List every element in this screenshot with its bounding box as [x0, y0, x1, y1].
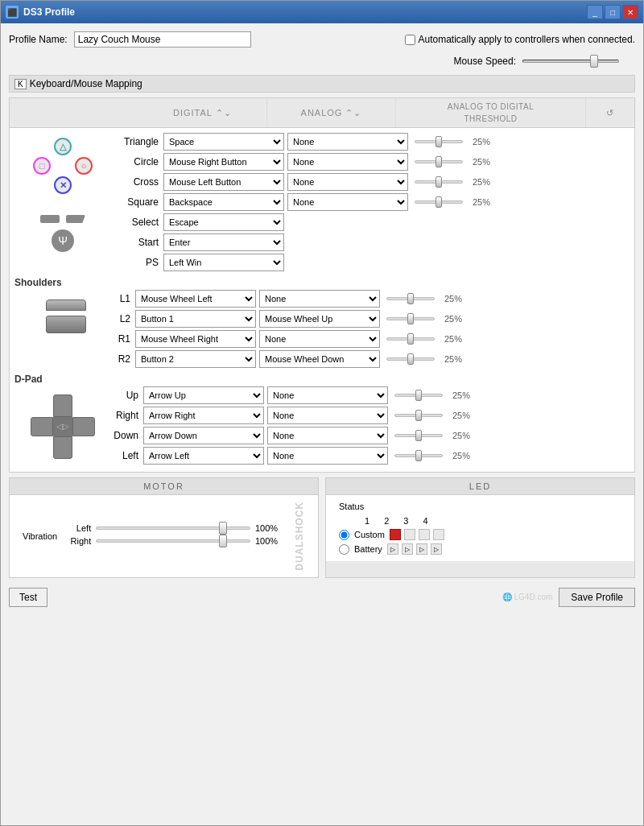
- l2-threshold-thumb[interactable]: [407, 313, 414, 324]
- r1-threshold-slider[interactable]: [386, 337, 435, 341]
- cross-analog-select[interactable]: NoneMouse Wheel UpMouse Wheel Down: [287, 173, 408, 191]
- dpad-right-thumb[interactable]: [415, 410, 422, 421]
- square-analog-select[interactable]: NoneMouse Wheel UpMouse Wheel Down: [287, 193, 408, 211]
- battery-controls: ▷ ▷ ▷ ▷: [387, 543, 442, 555]
- r2-analog-select[interactable]: Mouse Wheel DownNoneMouse Wheel Up: [259, 350, 380, 368]
- l1-threshold-slider[interactable]: [386, 297, 435, 300]
- circle-analog-select[interactable]: NoneMouse Wheel UpMouse Wheel Down: [287, 153, 408, 171]
- start-digital-select[interactable]: EnterSpaceNone: [163, 233, 284, 251]
- circle-button-graphic: ○: [75, 157, 93, 175]
- cross-threshold-slider[interactable]: [415, 180, 463, 184]
- triangle-threshold-slider[interactable]: [415, 140, 463, 143]
- square-digital-select[interactable]: BackspaceSpaceMouse Left ButtonNone: [163, 193, 284, 211]
- right-vibration-slider[interactable]: [96, 539, 250, 543]
- select-digital-select[interactable]: EscapeSpaceNone: [163, 213, 284, 231]
- r2-digital-select[interactable]: Button 2NoneSpace: [135, 350, 256, 368]
- cross-threshold-thumb[interactable]: [436, 176, 442, 188]
- dpad-left-analog-select[interactable]: NoneMouse Wheel UpMouse Wheel Down: [267, 447, 388, 465]
- led-num-3: 3: [403, 516, 408, 526]
- l1-analog-select[interactable]: NoneMouse Wheel UpMouse Wheel Down: [259, 290, 380, 308]
- mapping-scroll[interactable]: △ ○ ✕ □ Ψ: [10, 128, 634, 472]
- triangle-digital-select[interactable]: SpaceMouse Right ButtonMouse Left Button…: [163, 133, 284, 151]
- dpad-down-slider[interactable]: [394, 434, 443, 437]
- battery-btn-3[interactable]: ▷: [416, 543, 427, 555]
- minimize-button[interactable]: _: [587, 5, 603, 19]
- table-header: DIGITAL ⌃⌄ ANALOG ⌃⌄ ANALOG TO DIGITAL T…: [10, 98, 634, 128]
- led-sq-3[interactable]: [419, 529, 430, 540]
- led-sq-1[interactable]: [390, 529, 401, 540]
- circle-digital-select[interactable]: Mouse Right ButtonSpaceMouse Left Button…: [163, 153, 284, 171]
- dpad-down-threshold: 25%: [394, 431, 470, 440]
- r1-analog-select[interactable]: NoneMouse Wheel UpMouse Wheel Down: [259, 330, 380, 348]
- dpad-right-digital-select[interactable]: Arrow RightNone: [143, 407, 264, 424]
- title-bar: ⬛ DS3 Profile _ □ ✕: [1, 1, 643, 23]
- led-sq-2[interactable]: [404, 529, 415, 540]
- mouse-speed-row: Mouse Speed:: [9, 56, 635, 67]
- l1-threshold-thumb[interactable]: [407, 293, 414, 304]
- dpad-down-graphic: [53, 436, 72, 459]
- dpad-left-thumb[interactable]: [415, 450, 422, 461]
- r2-label: R2: [111, 353, 135, 365]
- r1-digital-select[interactable]: Mouse Wheel RightNoneSpace: [135, 330, 256, 348]
- dpad-right-slider[interactable]: [394, 414, 443, 417]
- save-profile-button[interactable]: Save Profile: [559, 588, 635, 607]
- left-vibration-slider[interactable]: [96, 527, 250, 530]
- triangle-analog-select[interactable]: NoneMouse Wheel UpMouse Wheel Down: [287, 133, 408, 151]
- triangle-threshold-thumb[interactable]: [436, 136, 442, 147]
- refresh-header[interactable]: ↺: [586, 98, 634, 127]
- test-button[interactable]: Test: [9, 588, 47, 607]
- l1-label: L1: [111, 293, 135, 304]
- dpad-right-analog-select[interactable]: NoneMouse Wheel UpMouse Wheel Down: [267, 407, 388, 424]
- mouse-speed-slider[interactable]: [522, 60, 619, 63]
- square-threshold-slider[interactable]: [415, 200, 463, 204]
- r2-threshold: 25%: [386, 354, 462, 364]
- mouse-speed-label: Mouse Speed:: [454, 56, 516, 67]
- r2-threshold-slider[interactable]: [386, 357, 435, 361]
- battery-btn-4[interactable]: ▷: [431, 543, 442, 555]
- maximize-button[interactable]: □: [605, 5, 621, 19]
- left-vib-thumb[interactable]: [219, 522, 227, 535]
- refresh-icon[interactable]: ↺: [606, 108, 614, 118]
- window-title: DS3 Profile: [23, 6, 75, 18]
- r2-threshold-thumb[interactable]: [407, 353, 414, 365]
- right-vib-thumb[interactable]: [219, 535, 227, 547]
- dpad-up-digital-select[interactable]: Arrow UpNone: [143, 386, 264, 404]
- l1-digital-select[interactable]: Mouse Wheel LeftNoneSpace: [135, 290, 256, 308]
- led-sq-4[interactable]: [433, 529, 444, 540]
- shoulders-rows: L1 Mouse Wheel LeftNoneSpace NoneMouse W…: [111, 290, 630, 370]
- custom-label: Custom: [354, 530, 385, 539]
- dpad-down-digital-select[interactable]: Arrow DownNone: [143, 427, 264, 444]
- ps-digital-select[interactable]: Left WinSpaceNone: [163, 254, 284, 271]
- dpad-left-slider[interactable]: [394, 454, 443, 457]
- mouse-speed-thumb[interactable]: [590, 55, 598, 68]
- circle-threshold-slider[interactable]: [415, 160, 463, 163]
- custom-radio[interactable]: [339, 530, 349, 540]
- square-threshold-thumb[interactable]: [436, 196, 442, 208]
- dpad-left-digital-select[interactable]: Arrow LeftNone: [143, 447, 264, 465]
- right-vib-value: 100%: [255, 536, 284, 546]
- l2-digital-select[interactable]: Button 1NoneSpace: [135, 310, 256, 328]
- dpad-left-threshold: 25%: [394, 451, 470, 460]
- dpad-down-analog-select[interactable]: NoneMouse Wheel UpMouse Wheel Down: [267, 427, 388, 444]
- circle-threshold-thumb[interactable]: [436, 156, 442, 167]
- l2-threshold-slider[interactable]: [386, 317, 435, 320]
- dpad-down-thumb[interactable]: [415, 430, 422, 441]
- battery-btn-1[interactable]: ▷: [387, 543, 398, 555]
- profile-name-input[interactable]: [74, 31, 251, 47]
- cross-digital-select[interactable]: Mouse Left ButtonSpaceMouse Right Button…: [163, 173, 284, 191]
- led-num-2: 2: [384, 516, 389, 526]
- cross-label: Cross: [111, 176, 163, 188]
- battery-row: Battery ▷ ▷ ▷ ▷: [339, 543, 621, 555]
- dpad-down-value: 25%: [446, 431, 470, 440]
- battery-btn-2[interactable]: ▷: [402, 543, 413, 555]
- l2-analog-select[interactable]: Mouse Wheel UpNoneMouse Wheel Down: [259, 310, 380, 328]
- r1-threshold-thumb[interactable]: [407, 333, 414, 345]
- dpad-up-thumb[interactable]: [415, 390, 422, 401]
- face-graphic: △ ○ ✕ □ Ψ: [14, 133, 111, 274]
- dpad-up-analog-select[interactable]: NoneMouse Wheel UpMouse Wheel Down: [267, 386, 388, 404]
- close-button[interactable]: ✕: [622, 5, 638, 19]
- battery-label: Battery: [354, 544, 382, 554]
- auto-apply-checkbox[interactable]: [405, 35, 415, 45]
- dpad-up-slider[interactable]: [394, 394, 443, 397]
- battery-radio[interactable]: [339, 544, 349, 555]
